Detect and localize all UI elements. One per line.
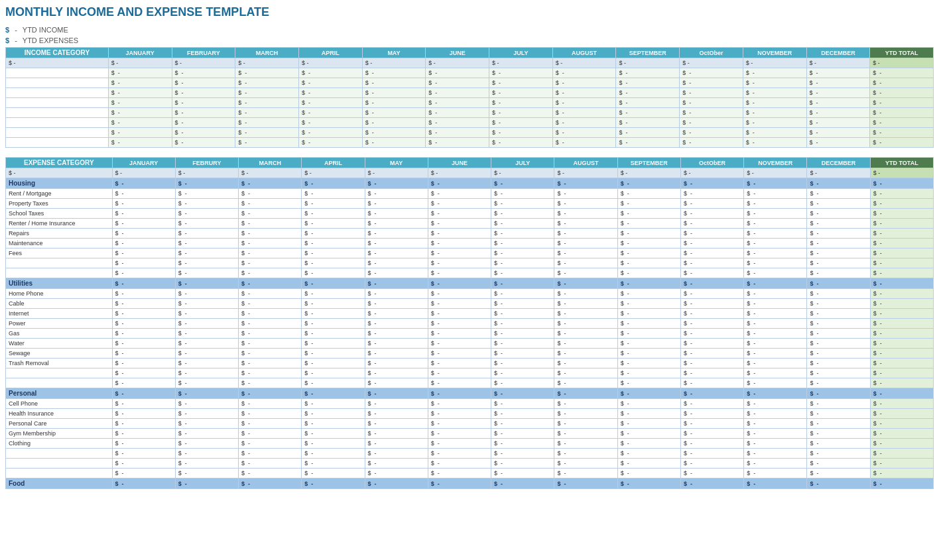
money-cell[interactable]: $ - (175, 429, 238, 439)
money-cell[interactable]: $ - (870, 118, 934, 128)
money-cell[interactable]: $ - (175, 399, 238, 409)
money-cell[interactable]: $ - (428, 449, 491, 459)
expense-item-label[interactable] (6, 469, 113, 478)
money-cell[interactable]: $ - (491, 219, 554, 229)
money-cell[interactable]: $ - (491, 388, 554, 399)
money-cell[interactable]: $ - (112, 239, 175, 249)
money-cell[interactable]: $ - (617, 219, 680, 229)
expense-item-label[interactable]: Sewage (6, 349, 113, 359)
money-cell[interactable]: $ - (680, 429, 743, 439)
money-cell[interactable]: $ - (239, 329, 302, 339)
money-cell[interactable]: $ - (554, 249, 617, 258)
money-cell[interactable]: $ - (491, 278, 554, 289)
money-cell[interactable]: $ - (870, 108, 934, 118)
money-cell[interactable]: $ - (870, 399, 933, 409)
money-cell[interactable]: $ - (807, 229, 870, 239)
money-cell[interactable]: $ - (239, 409, 302, 419)
money-cell[interactable]: $ - (235, 108, 299, 118)
money-cell[interactable]: $ - (870, 329, 933, 339)
money-cell[interactable]: $ - (239, 368, 302, 378)
money-cell[interactable]: $ - (807, 368, 870, 378)
money-cell[interactable]: $ - (362, 68, 426, 78)
money-cell[interactable]: $ - (428, 439, 491, 449)
expense-item-label[interactable]: Clothing (6, 439, 113, 449)
money-cell[interactable]: $ - (616, 68, 680, 78)
money-cell[interactable]: $ - (743, 128, 806, 138)
money-cell[interactable]: $ - (239, 399, 302, 409)
money-cell[interactable]: $ - (870, 299, 933, 309)
money-cell[interactable]: $ - (807, 339, 870, 349)
money-cell[interactable]: $ - (239, 178, 302, 189)
money-cell[interactable]: $ - (491, 459, 554, 469)
money-cell[interactable]: $ - (491, 359, 554, 368)
money-cell[interactable]: $ - (744, 209, 807, 219)
money-cell[interactable]: $ - (428, 319, 491, 329)
money-cell[interactable]: $ - (239, 469, 302, 478)
money-cell[interactable]: $ - (617, 258, 680, 268)
money-cell[interactable]: $ - (807, 268, 870, 278)
money-cell[interactable]: $ - (112, 209, 175, 219)
money-cell[interactable]: $ - (491, 289, 554, 299)
expense-item-label[interactable] (6, 459, 113, 469)
money-cell[interactable]: $ - (175, 278, 238, 289)
money-cell[interactable]: $ - (365, 199, 428, 209)
money-cell[interactable]: $ - (806, 98, 870, 108)
money-cell[interactable]: $ - (298, 128, 362, 138)
money-cell[interactable]: $ - (491, 178, 554, 189)
money-cell[interactable]: $ - (491, 329, 554, 339)
money-cell[interactable]: $ - (743, 108, 806, 118)
money-cell[interactable]: $ - (680, 399, 743, 409)
money-cell[interactable]: $ - (365, 299, 428, 309)
money-cell[interactable]: $ - (554, 268, 617, 278)
money-cell[interactable]: $ - (491, 189, 554, 199)
money-cell[interactable]: $ - (807, 258, 870, 268)
money-cell[interactable]: $ - (112, 229, 175, 239)
money-cell[interactable]: $ - (362, 108, 426, 118)
money-cell[interactable]: $ - (554, 419, 617, 429)
money-cell[interactable]: $ - (108, 118, 172, 128)
money-cell[interactable]: $ - (680, 378, 743, 388)
money-cell[interactable]: $ - (491, 368, 554, 378)
money-cell[interactable]: $ - (175, 359, 238, 368)
money-cell[interactable]: $ - (807, 219, 870, 229)
money-cell[interactable]: $ - (554, 439, 617, 449)
money-cell[interactable]: $ - (554, 459, 617, 469)
money-cell[interactable]: $ - (744, 239, 807, 249)
money-cell[interactable]: $ - (172, 118, 235, 128)
money-cell[interactable]: $ - (365, 278, 428, 289)
money-cell[interactable]: $ - (617, 289, 680, 299)
money-cell[interactable]: $ - (489, 138, 553, 148)
money-cell[interactable]: $ - (680, 278, 743, 289)
money-cell[interactable]: $ - (235, 68, 299, 78)
expense-item-label[interactable] (6, 268, 113, 278)
money-cell[interactable]: $ - (302, 209, 365, 219)
money-cell[interactable]: $ - (428, 409, 491, 419)
money-cell[interactable]: $ - (870, 209, 933, 219)
money-cell[interactable]: $ - (298, 78, 362, 88)
money-cell[interactable]: $ - (362, 118, 426, 128)
expense-item-label[interactable]: Fees (6, 249, 113, 258)
money-cell[interactable]: $ - (365, 469, 428, 478)
money-cell[interactable]: $ - (172, 78, 235, 88)
money-cell[interactable]: $ - (806, 78, 870, 88)
money-cell[interactable]: $ - (172, 108, 235, 118)
money-cell[interactable]: $ - (426, 98, 489, 108)
money-cell[interactable]: $ - (616, 98, 680, 108)
money-cell[interactable]: $ - (744, 399, 807, 409)
money-cell[interactable]: $ - (175, 319, 238, 329)
money-cell[interactable]: $ - (617, 319, 680, 329)
money-cell[interactable]: $ - (806, 88, 870, 98)
expense-item-label[interactable]: Power (6, 319, 113, 329)
money-cell[interactable]: $ - (239, 319, 302, 329)
money-cell[interactable]: $ - (302, 419, 365, 429)
money-cell[interactable]: $ - (172, 138, 235, 148)
money-cell[interactable]: $ - (491, 349, 554, 359)
money-cell[interactable]: $ - (744, 368, 807, 378)
money-cell[interactable]: $ - (744, 339, 807, 349)
money-cell[interactable]: $ - (616, 88, 680, 98)
money-cell[interactable]: $ - (302, 199, 365, 209)
money-cell[interactable]: $ - (239, 278, 302, 289)
money-cell[interactable]: $ - (491, 299, 554, 309)
money-cell[interactable]: $ - (302, 339, 365, 349)
money-cell[interactable]: $ - (365, 178, 428, 189)
